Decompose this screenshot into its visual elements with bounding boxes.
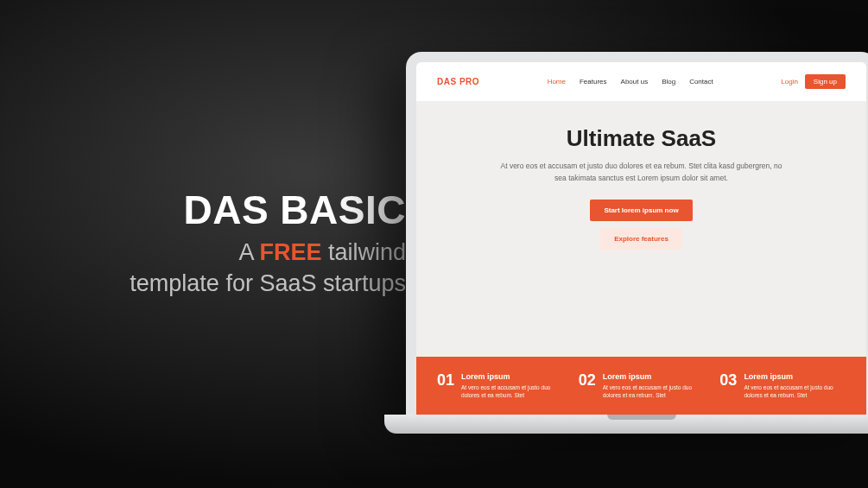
hero-description: At vero eos et accusam et justo duo dolo…: [495, 161, 789, 184]
site-navbar: DAS PRO Home Features About us Blog Cont…: [416, 62, 866, 101]
cta-primary-button[interactable]: Start lorem ipsum now: [590, 200, 692, 221]
feature-number: 03: [719, 372, 737, 399]
nav-link-home[interactable]: Home: [548, 78, 566, 86]
feature-title: Lorem ipsum: [744, 372, 846, 381]
signup-button[interactable]: Sign up: [805, 74, 846, 89]
nav-link-features[interactable]: Features: [580, 78, 607, 86]
promo-accent: FREE: [259, 239, 321, 265]
hero-section: Ultimate SaaS At vero eos et accusam et …: [416, 101, 866, 357]
hero-title: Ultimate SaaS: [451, 125, 832, 152]
site-logo[interactable]: DAS PRO: [437, 77, 479, 86]
feature-desc: At vero eos et accusam et justo duo dolo…: [744, 383, 846, 399]
feature-item: 02 Lorem ipsum At vero eos et accusam et…: [579, 372, 705, 399]
promo-text: DAS BASIC A FREE tailwind template for S…: [86, 190, 406, 300]
nav-links: Home Features About us Blog Contact: [548, 78, 713, 86]
feature-desc: At vero eos et accusam et justo duo dolo…: [603, 383, 705, 399]
feature-number: 02: [579, 372, 596, 399]
site-preview: DAS PRO Home Features About us Blog Cont…: [416, 62, 866, 415]
promo-subheading: A FREE tailwind template for SaaS startu…: [86, 237, 406, 300]
laptop-mockup: DAS PRO Home Features About us Blog Cont…: [406, 52, 868, 434]
cta-secondary-button[interactable]: Explore features: [600, 228, 682, 250]
nav-link-about[interactable]: About us: [621, 78, 649, 86]
nav-auth: Login Sign up: [781, 74, 846, 89]
promo-heading: DAS BASIC: [86, 190, 406, 230]
feature-item: 03 Lorem ipsum At vero eos et accusam et…: [719, 372, 846, 399]
feature-item: 01 Lorem ipsum At vero eos et accusam et…: [437, 372, 563, 399]
feature-title: Lorem ipsum: [461, 372, 563, 381]
feature-title: Lorem ipsum: [603, 372, 705, 381]
laptop-base: [384, 415, 868, 434]
feature-desc: At vero eos et accusam et justo duo dolo…: [461, 383, 563, 399]
feature-number: 01: [437, 372, 454, 399]
nav-link-contact[interactable]: Contact: [689, 78, 713, 86]
features-strip: 01 Lorem ipsum At vero eos et accusam et…: [416, 357, 866, 415]
laptop-screen: DAS PRO Home Features About us Blog Cont…: [406, 52, 868, 415]
hero-buttons: Start lorem ipsum now Explore features: [451, 200, 832, 250]
login-link[interactable]: Login: [781, 78, 798, 86]
nav-link-blog[interactable]: Blog: [662, 78, 675, 86]
